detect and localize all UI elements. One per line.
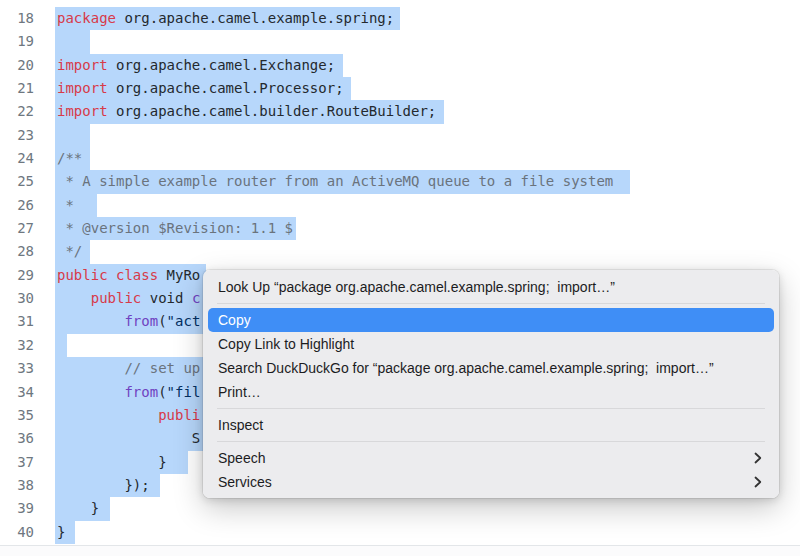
line-number: 23 [0, 124, 34, 147]
code-token: } [57, 500, 99, 516]
context-menu: Look Up “package org.apache.camel.exampl… [203, 270, 779, 498]
code-token [57, 313, 124, 329]
code-text: S [57, 427, 200, 450]
code-text: from("act [57, 310, 200, 333]
code-token: S [57, 430, 200, 446]
code-text: } [57, 521, 65, 544]
code-line-39: 39 } [0, 497, 800, 520]
code-token [57, 407, 158, 423]
code-line-27: 27 * @version $Revision: 1.1 $ [0, 217, 800, 240]
code-token: org.apache.camel.Processor; [108, 80, 344, 96]
line-number: 22 [0, 100, 34, 123]
page-bottom-strip [0, 546, 800, 556]
code-line-28: 28 */ [0, 240, 800, 263]
code-token: } [57, 454, 167, 470]
code-token: package [57, 10, 116, 26]
line-number: 38 [0, 474, 34, 497]
code-line-21: 21import org.apache.camel.Processor; [0, 77, 800, 100]
code-token: void [141, 290, 192, 306]
menu-item-label: Print… [218, 384, 261, 400]
code-text: import org.apache.camel.builder.RouteBui… [57, 100, 436, 123]
code-viewer-page: 18package org.apache.camel.example.sprin… [0, 0, 800, 556]
menu-item-label: Inspect [218, 417, 263, 433]
code-token: c [192, 290, 200, 306]
menu-item-inspect[interactable]: Inspect [208, 413, 774, 437]
line-number: 31 [0, 310, 34, 333]
code-text: publi [57, 404, 200, 427]
code-token: public [91, 290, 142, 306]
code-token: * @version $Revision: 1.1 $ [57, 220, 293, 236]
line-number: 30 [0, 287, 34, 310]
selection-highlight [55, 30, 90, 53]
line-number: 32 [0, 334, 34, 357]
code-text: } [57, 451, 167, 474]
line-number: 26 [0, 194, 34, 217]
menu-item-label: Copy [218, 312, 251, 328]
menu-item-copy[interactable]: Copy [208, 308, 774, 332]
menu-item-label: Copy Link to Highlight [218, 336, 354, 352]
line-number: 19 [0, 30, 34, 53]
line-number: 29 [0, 264, 34, 287]
line-number: 39 [0, 497, 34, 520]
line-number: 34 [0, 381, 34, 404]
code-text: public class MyRo [57, 264, 200, 287]
menu-item-services[interactable]: Services [208, 470, 774, 494]
menu-item-search-duckduckgo[interactable]: Search DuckDuckGo for “package org.apach… [208, 356, 774, 380]
code-text: */ [57, 240, 82, 263]
code-line-24: 24/** [0, 147, 800, 170]
code-token: // set up [57, 360, 200, 376]
code-token: * [57, 197, 74, 213]
code-token: ( [158, 384, 166, 400]
submenu-chevron-icon [754, 476, 762, 488]
code-token: import [57, 57, 108, 73]
menu-separator [217, 441, 765, 442]
line-number: 37 [0, 451, 34, 474]
code-text: import org.apache.camel.Exchange; [57, 54, 335, 77]
code-text: // set up [57, 357, 200, 380]
code-text: * [57, 194, 74, 217]
code-text: import org.apache.camel.Processor; [57, 77, 344, 100]
line-number: 36 [0, 427, 34, 450]
code-line-26: 26 * [0, 194, 800, 217]
line-number: 35 [0, 404, 34, 427]
line-number: 24 [0, 147, 34, 170]
code-token: publi [158, 407, 200, 423]
code-token: org.apache.camel.builder.RouteBuilder; [108, 103, 437, 119]
line-number: 33 [0, 357, 34, 380]
menu-item-look-up[interactable]: Look Up “package org.apache.camel.exampl… [208, 275, 774, 299]
line-number: 27 [0, 217, 34, 240]
code-token: org.apache.camel.Exchange; [108, 57, 336, 73]
line-number: 21 [0, 77, 34, 100]
menu-item-speech[interactable]: Speech [208, 446, 774, 470]
code-text: } [57, 497, 99, 520]
line-number: 18 [0, 7, 34, 30]
code-text: * @version $Revision: 1.1 $ [57, 217, 293, 240]
code-token: from [124, 313, 158, 329]
menu-item-label: Services [218, 474, 272, 490]
code-token: import [57, 80, 108, 96]
menu-item-copy-link-to-highlight[interactable]: Copy Link to Highlight [208, 332, 774, 356]
code-token: /** [57, 150, 82, 166]
code-token: */ [57, 243, 82, 259]
line-number: 28 [0, 240, 34, 263]
code-token: "act [167, 313, 201, 329]
code-line-20: 20import org.apache.camel.Exchange; [0, 54, 800, 77]
code-token: "fil [167, 384, 201, 400]
menu-separator [217, 303, 765, 304]
selection-highlight [55, 124, 90, 147]
code-text: from("fil [57, 381, 200, 404]
code-token: from [124, 384, 158, 400]
menu-item-label: Speech [218, 450, 265, 466]
code-token: import [57, 103, 108, 119]
code-token: public class [57, 267, 158, 283]
code-token: ( [158, 313, 166, 329]
code-token: org.apache.camel.example.spring; [116, 10, 394, 26]
code-line-19: 19 [0, 30, 800, 53]
code-line-23: 23 [0, 124, 800, 147]
code-text: * A simple example router from an Active… [57, 170, 613, 193]
code-line-22: 22import org.apache.camel.builder.RouteB… [0, 100, 800, 123]
code-token [57, 290, 91, 306]
menu-item-label: Search DuckDuckGo for “package org.apach… [218, 360, 714, 376]
code-token: } [57, 524, 65, 540]
menu-item-print[interactable]: Print… [208, 380, 774, 404]
